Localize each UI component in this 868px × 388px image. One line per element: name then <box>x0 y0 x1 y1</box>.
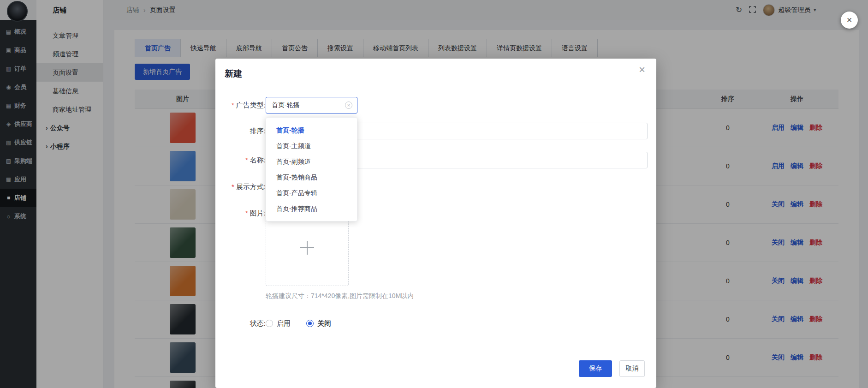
name-label: 名称: <box>216 152 266 168</box>
option-home-product-album[interactable]: 首页-产品专辑 <box>266 185 357 201</box>
option-home-carousel[interactable]: 首页-轮播 <box>266 122 357 138</box>
clear-icon[interactable] <box>345 101 352 109</box>
display-mode-label: 展示方式: <box>216 179 266 195</box>
save-button[interactable]: 保存 <box>579 360 612 377</box>
option-home-recommended-goods[interactable]: 首页-推荐商品 <box>266 201 357 216</box>
plus-icon <box>300 241 314 255</box>
status-disable-radio[interactable]: 关闭 <box>306 319 331 328</box>
image-label: 图片: <box>216 205 266 221</box>
status-enable-radio[interactable]: 启用 <box>266 319 291 328</box>
option-home-hot-goods[interactable]: 首页-热销商品 <box>266 169 357 185</box>
sort-label: 排序: <box>216 123 266 139</box>
ad-type-value: 首页-轮播 <box>272 101 345 109</box>
ad-type-label: 广告类型: <box>216 97 266 113</box>
ad-type-select[interactable]: 首页-轮播 <box>266 97 357 113</box>
status-radio-group: 启用 关闭 <box>266 315 331 332</box>
status-enable-label: 启用 <box>277 319 291 328</box>
new-ad-modal: 新建 × 广告类型: 首页-轮播 排序: 名称: 展示方式: 图片: 轮播建议尺… <box>215 59 656 388</box>
ad-type-dropdown: 首页-轮播 首页-主频道 首页-副频道 首页-热销商品 首页-产品专辑 首页-推… <box>266 117 357 221</box>
option-home-sub-channel[interactable]: 首页-副频道 <box>266 154 357 169</box>
image-size-hint: 轮播建议尺寸：714*420像素,图片需限制在10M以内 <box>266 292 414 300</box>
overlay-close-button[interactable]: × <box>841 12 858 29</box>
close-icon[interactable]: × <box>639 64 645 75</box>
radio-checked-icon <box>306 320 314 327</box>
modal-title: 新建 <box>225 68 242 80</box>
status-disable-label: 关闭 <box>317 319 331 328</box>
image-upload-box[interactable] <box>266 216 349 286</box>
radio-unchecked-icon <box>266 320 273 327</box>
status-label: 状态: <box>216 315 266 332</box>
cancel-button[interactable]: 取消 <box>619 360 645 377</box>
option-home-main-channel[interactable]: 首页-主频道 <box>266 138 357 154</box>
